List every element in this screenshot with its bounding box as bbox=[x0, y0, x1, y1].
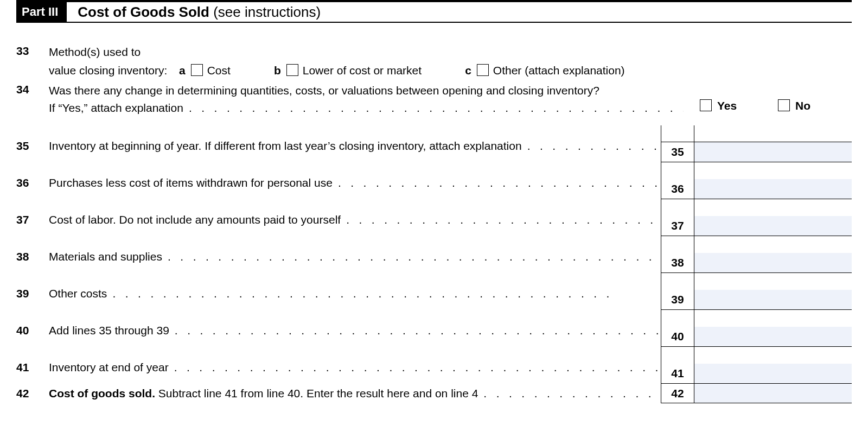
line-33: 33 Method(s) used to value closing inven… bbox=[16, 45, 852, 79]
line-number: 33 bbox=[16, 45, 49, 58]
line-number: 36 bbox=[16, 176, 49, 199]
option-b-text: Lower of cost or market bbox=[303, 63, 422, 78]
line-description: Inventory at beginning of year. If diffe… bbox=[49, 139, 661, 153]
amount-field-37[interactable] bbox=[694, 216, 852, 236]
line-42: 42Cost of goods sold. Subtract line 41 f… bbox=[16, 384, 852, 403]
line-41: 41Inventory at end of year41 bbox=[16, 347, 852, 384]
line-34-text-1: Was there any change in determining quan… bbox=[49, 83, 684, 98]
box-number: 38 bbox=[661, 253, 694, 273]
part-tag: Part III bbox=[16, 2, 67, 22]
box-number: 37 bbox=[661, 216, 694, 236]
box-number: 42 bbox=[661, 384, 694, 403]
box-number: 41 bbox=[661, 364, 694, 384]
line-33-text-1: Method(s) used to bbox=[49, 45, 852, 60]
line-number: 40 bbox=[16, 324, 49, 347]
line-number: 38 bbox=[16, 250, 49, 273]
yes-label: Yes bbox=[717, 99, 737, 112]
line-description: Cost of goods sold. Subtract line 41 fro… bbox=[49, 387, 661, 400]
line-36: 36Purchases less cost of items withdrawn… bbox=[16, 162, 852, 199]
amount-field-40[interactable] bbox=[694, 327, 852, 347]
checkbox-cost[interactable] bbox=[191, 64, 203, 76]
amount-field-42[interactable] bbox=[694, 384, 852, 403]
checkbox-other[interactable] bbox=[477, 64, 489, 76]
line-number: 34 bbox=[16, 83, 49, 96]
part-title: Cost of Goods Sold (see instructions) bbox=[78, 4, 321, 21]
option-a-text: Cost bbox=[207, 63, 231, 78]
line-35: 35Inventory at beginning of year. If dif… bbox=[16, 125, 852, 162]
line-39: 39Other costs39 bbox=[16, 273, 852, 310]
line-description: Materials and supplies bbox=[49, 250, 661, 263]
amount-field-38[interactable] bbox=[694, 253, 852, 273]
amount-field-35[interactable] bbox=[694, 142, 852, 162]
line-description: Other costs bbox=[49, 287, 661, 300]
line-description: Add lines 35 through 39 bbox=[49, 324, 661, 337]
part-header: Part III Cost of Goods Sold (see instruc… bbox=[16, 0, 852, 23]
line-40: 40Add lines 35 through 3940 bbox=[16, 310, 852, 347]
line-34: 34 Was there any change in determining q… bbox=[16, 83, 852, 116]
option-c-label: c bbox=[465, 63, 471, 78]
line-37: 37Cost of labor. Do not include any amou… bbox=[16, 199, 852, 236]
line-number: 35 bbox=[16, 139, 49, 162]
line-description: Inventory at end of year bbox=[49, 361, 661, 374]
option-a-label: a bbox=[179, 63, 186, 78]
no-label: No bbox=[795, 99, 810, 112]
line-description: Purchases less cost of items withdrawn f… bbox=[49, 176, 661, 189]
part-title-bold: Cost of Goods Sold bbox=[78, 4, 209, 20]
line-number: 37 bbox=[16, 213, 49, 236]
line-34-text-2: If “Yes,” attach explanation bbox=[49, 102, 183, 114]
box-number: 40 bbox=[661, 327, 694, 347]
option-b-label: b bbox=[274, 63, 281, 78]
line-number: 42 bbox=[16, 387, 49, 403]
amount-field-39[interactable] bbox=[694, 290, 852, 310]
checkbox-lower-of-cost[interactable] bbox=[286, 64, 298, 76]
amount-lines-table: 35Inventory at beginning of year. If dif… bbox=[16, 125, 852, 403]
line-number: 41 bbox=[16, 361, 49, 384]
part-title-rest: (see instructions) bbox=[209, 4, 321, 20]
amount-field-36[interactable] bbox=[694, 179, 852, 199]
box-number: 35 bbox=[661, 142, 694, 162]
box-number: 39 bbox=[661, 290, 694, 310]
line-number: 39 bbox=[16, 287, 49, 310]
option-c-text: Other (attach explanation) bbox=[493, 63, 625, 78]
checkbox-yes[interactable] bbox=[700, 99, 712, 111]
line-description: Cost of labor. Do not include any amount… bbox=[49, 213, 661, 226]
line-33-text-2: value closing inventory: bbox=[49, 63, 179, 78]
line-38: 38Materials and supplies38 bbox=[16, 236, 852, 273]
box-number: 36 bbox=[661, 179, 694, 199]
checkbox-no[interactable] bbox=[778, 99, 790, 111]
amount-field-41[interactable] bbox=[694, 364, 852, 384]
